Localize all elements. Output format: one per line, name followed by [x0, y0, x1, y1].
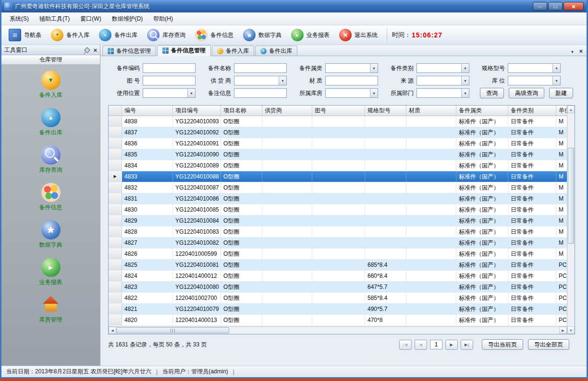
menu-item[interactable]: 数据维护(D): [107, 12, 148, 25]
search-field-input[interactable]: [234, 63, 287, 73]
search-field-combo[interactable]: [508, 76, 561, 85]
search-button[interactable]: 新建: [549, 88, 573, 98]
table-row[interactable]: 4837YG12204010092O型圈标准件（国产）日常备件M: [109, 127, 567, 138]
hscroll-thumb[interactable]: [116, 327, 229, 333]
scroll-down-icon[interactable]: [567, 326, 575, 334]
table-row[interactable]: 4823YG12204010080O型圈647*5.7标准件（国产）日常备件PC: [109, 282, 567, 293]
hscroll-track[interactable]: [116, 327, 559, 334]
column-header[interactable]: 编号: [122, 106, 173, 116]
last-page-button[interactable]: [461, 340, 473, 350]
tab-close-icon[interactable]: [579, 48, 583, 55]
search-field-combo[interactable]: [325, 63, 378, 73]
search-field-combo[interactable]: [325, 88, 378, 98]
toolbar-button[interactable]: 退出系统: [335, 27, 382, 43]
table-row[interactable]: 4831YG12204010086O型圈标准件（国产）日常备件M: [109, 193, 567, 204]
chevron-down-icon[interactable]: [461, 64, 469, 72]
tab-overflow-icon[interactable]: [570, 48, 574, 55]
search-field-input[interactable]: [325, 76, 378, 85]
table-row[interactable]: 4835YG12204010090O型圈标准件（国产）日常备件M: [109, 149, 567, 160]
prev-page-button[interactable]: [415, 340, 427, 350]
sidebar-section-title[interactable]: 仓库管理: [1, 55, 100, 65]
table-row[interactable]: 48221220401002700O型圈585*8.4标准件（国产）日常备件PC: [109, 293, 567, 304]
window-minimize-button[interactable]: [533, 2, 547, 11]
tab[interactable]: 备件信息管理: [102, 46, 156, 56]
page-number-input[interactable]: [430, 340, 442, 349]
search-field-combo[interactable]: [234, 76, 287, 85]
chevron-down-icon[interactable]: [279, 76, 286, 85]
toolbar-button[interactable]: 数据字典: [239, 27, 286, 43]
sidebar-item[interactable]: 备件信息: [39, 183, 62, 212]
sidebar-item[interactable]: 备件出库: [39, 108, 62, 137]
table-row[interactable]: 4821YG12204010079O型圈490*5.7标准件（国产）日常备件PC: [109, 304, 567, 315]
column-header[interactable]: 备件类别: [508, 106, 556, 116]
sidebar-item[interactable]: 库存查询: [39, 145, 62, 174]
toolbar-button[interactable]: 库存查询: [143, 27, 190, 43]
menu-item[interactable]: 窗口(W): [75, 12, 106, 25]
chevron-down-icon[interactable]: [370, 89, 378, 97]
chevron-down-icon[interactable]: [552, 76, 560, 85]
table-row[interactable]: 4830YG12204010085O型圈标准件（国产）日常备件M: [109, 204, 567, 215]
search-field-combo[interactable]: [416, 63, 469, 73]
scroll-left-icon[interactable]: [109, 327, 116, 334]
table-row[interactable]: 48201220401400013O型圈470*8标准件（国产）日常备件PC: [109, 315, 567, 326]
sidebar-item[interactable]: 库房管理: [39, 295, 62, 324]
table-row[interactable]: 4825YG12204010081O型圈685*8.4标准件（国产）日常备件PC: [109, 260, 567, 271]
vertical-scrollbar[interactable]: [567, 106, 575, 334]
sidebar-close-icon[interactable]: [93, 47, 97, 54]
column-header[interactable]: 项目名称: [221, 106, 262, 116]
horizontal-scrollbar[interactable]: [109, 326, 567, 334]
pin-icon[interactable]: [85, 47, 91, 53]
column-header[interactable]: 图号: [312, 106, 365, 116]
search-button[interactable]: 查询: [480, 88, 504, 98]
toolbar-button[interactable]: 导航条: [4, 27, 46, 43]
next-page-button[interactable]: [445, 340, 458, 350]
first-page-button[interactable]: [399, 340, 412, 350]
column-header[interactable]: 单位: [556, 106, 567, 116]
scroll-right-icon[interactable]: [559, 327, 567, 334]
tab[interactable]: 备件出库: [255, 46, 297, 56]
toolbar-button[interactable]: 业务报表: [287, 27, 334, 43]
menu-item[interactable]: 系统(S): [4, 12, 34, 25]
vscroll-thumb[interactable]: [568, 148, 574, 244]
tab[interactable]: 备件入库: [212, 46, 254, 56]
sidebar-item[interactable]: 业务报表: [39, 258, 62, 286]
tab[interactable]: 备件信息管理: [157, 45, 211, 56]
table-row[interactable]: 48261220401000599O型圈标准件（国产）日常备件M: [109, 249, 567, 260]
column-header[interactable]: 备件属类: [456, 106, 508, 116]
chevron-down-icon[interactable]: [370, 64, 378, 72]
sidebar-item[interactable]: 数据字典: [39, 220, 62, 249]
chevron-down-icon[interactable]: [461, 89, 469, 97]
table-row[interactable]: 48241220401400012O型圈660*8.4标准件（国产）日常备件PC: [109, 271, 567, 282]
table-row[interactable]: 4828YG12204010083O型圈标准件（国产）日常备件M: [109, 226, 567, 238]
table-row[interactable]: 4829YG12204010084O型圈标准件（国产）日常备件M: [109, 215, 567, 226]
window-close-button[interactable]: [564, 2, 584, 11]
column-header[interactable]: 项目编号: [173, 106, 221, 116]
toolbar-button[interactable]: 备件入库: [47, 27, 94, 43]
search-field-combo[interactable]: [416, 88, 469, 98]
menu-item[interactable]: 辅助工具(T): [34, 12, 75, 25]
search-field-combo[interactable]: [416, 76, 469, 85]
toolbar-button[interactable]: 备件出库: [95, 27, 142, 43]
toolbar-button[interactable]: 备件信息: [191, 27, 238, 43]
search-field-input[interactable]: [234, 88, 287, 98]
column-header[interactable]: 供货商: [262, 106, 312, 116]
search-field-combo[interactable]: [508, 63, 561, 73]
table-row[interactable]: 4836YG12204010091O型圈标准件（国产）日常备件M: [109, 138, 567, 149]
column-header[interactable]: 材质: [406, 106, 456, 116]
search-field-combo[interactable]: [143, 88, 196, 98]
table-row[interactable]: ▶4833YG12204010088O型圈标准件（国产）日常备件M: [109, 171, 567, 182]
menu-item[interactable]: 帮助(H): [148, 12, 178, 25]
search-button[interactable]: 高级查询: [509, 88, 544, 98]
chevron-down-icon[interactable]: [187, 89, 195, 97]
export-current-page-button[interactable]: 导出当前页: [482, 339, 523, 350]
chevron-down-icon[interactable]: [552, 64, 560, 72]
table-row[interactable]: 4832YG12204010087O型圈标准件（国产）日常备件M: [109, 182, 567, 193]
window-maximize-button[interactable]: [548, 2, 563, 11]
table-row[interactable]: 4838YG12204010093O型圈标准件（国产）日常备件M: [109, 116, 567, 127]
table-row[interactable]: 4827YG12204010082O型圈标准件（国产）日常备件M: [109, 238, 567, 249]
sidebar-item[interactable]: 备件入库: [39, 71, 62, 99]
column-header[interactable]: 规格型号: [365, 106, 406, 116]
search-field-input[interactable]: [143, 63, 196, 73]
export-all-pages-button[interactable]: 导出全部页: [528, 339, 569, 350]
scroll-up-icon[interactable]: [567, 106, 575, 113]
